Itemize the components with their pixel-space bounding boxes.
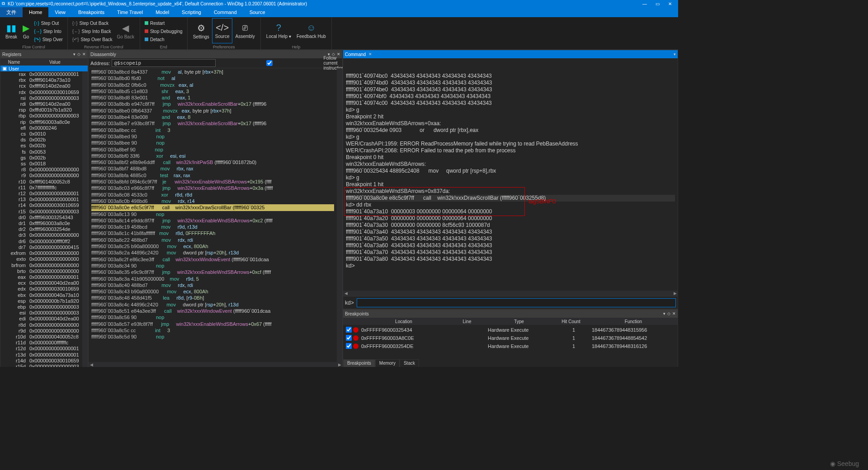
register-row[interactable]: r140x0000000030010659 xyxy=(0,202,82,208)
register-row[interactable]: rip0xffff960003a8c0e xyxy=(0,119,82,125)
menu-home[interactable]: Home xyxy=(23,7,48,17)
break-button[interactable]: ▮▮Break xyxy=(3,18,20,43)
settings-button[interactable]: ⚙Settings xyxy=(190,18,212,43)
disasm-line[interactable]: fffff960`003a8be4 83e008 and eax, 8 xyxy=(91,114,334,120)
disasm-line[interactable]: fffff960`003a8bee 90 nop xyxy=(91,140,334,146)
register-row[interactable]: rcx0xffff90140d2ea00 xyxy=(0,83,82,89)
register-row[interactable]: ds0x002b xyxy=(0,137,82,143)
disasm-line[interactable]: fffff960`003a8c34 90 nop xyxy=(91,263,334,269)
disasm-line[interactable]: fffff960`003a8bd0 f6d0 not al xyxy=(91,75,334,81)
register-row[interactable]: cs0x0010 xyxy=(0,131,82,137)
register-row[interactable]: ebx0x0000000040a73a10 xyxy=(0,292,82,298)
disasm-line[interactable]: fffff960`003a8bed 90 nop xyxy=(91,133,334,140)
register-row[interactable]: brto0x0000000000000000 xyxy=(0,268,82,274)
panel-close-icon[interactable]: ✕ xyxy=(672,311,676,316)
register-row[interactable]: rdx0x0000000030010659 xyxy=(0,89,82,95)
register-row[interactable]: r110x7fffffffffffffc xyxy=(0,185,82,191)
disasm-line[interactable]: fffff960`003a8c2a 44896c2420 mov dword p… xyxy=(91,249,334,256)
disasm-line[interactable]: fffff960`003a8c48 458d41f5 lea r8d, [r9-… xyxy=(91,295,334,301)
register-row[interactable]: ecx0x0000000040d2ea00 xyxy=(0,280,82,286)
disasm-line[interactable]: fffff960`003a8bfa 4885c0 test rax, rax xyxy=(91,172,334,179)
disasm-line[interactable]: fffff960`003a8c1c 41b8fafffffff mov r8d,… xyxy=(91,230,334,236)
command-input[interactable] xyxy=(357,298,676,307)
register-row[interactable]: dr30x0000000000000000 xyxy=(0,232,82,238)
register-row[interactable]: r120x0000000000000001 xyxy=(0,191,82,197)
disasm-line[interactable]: fffff960`003a8bd8 83e001 and eax, 1 xyxy=(91,94,334,101)
step-over-button[interactable]: {↷}Step Over xyxy=(32,35,65,43)
panel-dropdown-icon[interactable]: ▾ xyxy=(663,311,665,316)
register-row[interactable]: exto0x0000000000000000 xyxy=(0,256,82,262)
go-button[interactable]: ▶Go xyxy=(20,18,32,43)
register-row[interactable]: rdi0xffff90140d2ea00 xyxy=(0,101,82,107)
step-into-back-button[interactable]: {←}Step Into Back xyxy=(71,27,114,35)
panel-close-icon[interactable]: ✕ xyxy=(82,52,86,56)
local-help-button[interactable]: ?Local Help ▾ xyxy=(264,18,294,43)
register-row[interactable]: ss0x0018 xyxy=(0,161,82,167)
disasm-line[interactable]: fffff960`003a8c51 e84a3ee3ff call win32k… xyxy=(91,308,334,314)
menu-file[interactable]: 文件 xyxy=(0,7,23,17)
disasm-line[interactable]: fffff960`003a8c56 90 nop xyxy=(91,314,334,320)
disasm-line[interactable]: fffff960`003a8bcd 8a4337 mov al, byte pt… xyxy=(91,69,334,75)
tab-memory[interactable]: Memory xyxy=(375,359,400,367)
disassembly-listing[interactable]: fffff960`003a8bcd 8a4337 mov al, byte pt… xyxy=(89,68,337,362)
disassembly-hscroll[interactable]: ◀▶ xyxy=(89,362,342,367)
breakpoint-row[interactable]: 0xFFFFF960003A8C0EHardware Execute118446… xyxy=(343,334,678,342)
register-row[interactable]: r15d0x0000000000000003 xyxy=(0,364,82,367)
register-row[interactable]: r90x0000000000000000 xyxy=(0,173,82,179)
register-row[interactable]: exfrom0x0000000000000000 xyxy=(0,250,82,256)
menu-scripting[interactable]: Scripting xyxy=(175,7,208,17)
detach-button[interactable]: Detach xyxy=(143,35,184,43)
disasm-line[interactable]: fffff960`003a8bec cc int 3 xyxy=(91,127,334,133)
register-row[interactable]: dr00xffff960003254343 xyxy=(0,215,82,221)
step-into-button[interactable]: {→}Step Into xyxy=(32,27,65,35)
disasm-line[interactable]: fffff960`003a8c0e e8c5c9f7ff call win32k… xyxy=(91,204,334,211)
register-row[interactable]: r100xffff901400052c8 xyxy=(0,179,82,185)
register-row[interactable]: dr10xffff960003a8c0e xyxy=(0,221,82,226)
stop-debugging-button[interactable]: Stop Debugging xyxy=(143,27,184,35)
registers-scrollbar[interactable] xyxy=(82,71,88,367)
disasm-line[interactable]: fffff960`003a8bdb e947c8f7ff jmp win32k!… xyxy=(91,101,334,107)
restart-button[interactable]: Restart xyxy=(143,19,184,27)
close-button[interactable]: ✕ xyxy=(664,1,676,6)
breakpoint-row[interactable]: 0xFFFFF960003254DEHardware Execute118446… xyxy=(343,342,678,350)
go-back-button[interactable]: ◀Go Back xyxy=(114,18,137,43)
menu-model[interactable]: Model xyxy=(149,7,175,17)
disasm-line[interactable]: fffff960`003a8c5c cc int 3 xyxy=(91,327,334,334)
register-row[interactable]: rax0x0000000000000001 xyxy=(0,71,82,77)
registers-header[interactable]: Registers ▾ ◇ ✕ xyxy=(0,50,88,58)
menu-breakpoints[interactable]: Breakpoints xyxy=(72,7,111,17)
disasm-line[interactable]: fffff960`003a8be0 0fb64337 movzx eax, by… xyxy=(91,108,334,114)
disasm-line[interactable]: fffff960`003a8c35 e9c9c8f7ff jmp win32k!… xyxy=(91,269,334,275)
panel-dropdown-icon[interactable]: ▾ xyxy=(73,52,75,56)
source-button[interactable]: </>Source xyxy=(212,18,233,43)
menu-source[interactable]: Source xyxy=(243,7,272,17)
command-output[interactable]: fffff901`40974bc0 43434343 43434343 4343… xyxy=(343,58,678,291)
breakpoints-header[interactable]: Breakpoints ▾ ◇ ✕ xyxy=(343,310,678,318)
menu-view[interactable]: View xyxy=(48,7,72,17)
disasm-line[interactable]: fffff960`003a8c5d 90 nop xyxy=(91,334,334,340)
panel-dropdown-icon[interactable]: ▾ xyxy=(674,52,676,56)
register-row[interactable]: r130x0000000000000001 xyxy=(0,197,82,202)
disasm-line[interactable]: fffff960`003a8bf0 33f6 xor esi, esi xyxy=(91,153,334,159)
disasm-line[interactable]: fffff960`003a8c4c 44896c2420 mov dword p… xyxy=(91,301,334,308)
disasm-line[interactable]: fffff960`003a8c40 488bd7 mov rdx, rdi xyxy=(91,282,334,288)
feedback-button[interactable]: ☺Feedback Hub xyxy=(294,18,329,43)
step-out-button[interactable]: {↑}Step Out xyxy=(32,19,65,27)
register-row[interactable]: r14d0x0000000030010659 xyxy=(0,358,82,364)
register-row[interactable]: edx0x0000000030010659 xyxy=(0,286,82,292)
register-row[interactable]: fs0x0053 xyxy=(0,149,82,155)
disasm-line[interactable]: fffff960`003a8c3a 41b905000000 mov r9d, … xyxy=(91,276,334,282)
disassembly-scrollbar[interactable] xyxy=(337,68,342,362)
disasm-line[interactable]: fffff960`003a8c14 e9ddc8f7ff jmp win32k!… xyxy=(91,217,334,224)
disasm-line[interactable]: fffff960`003a8c13 90 nop xyxy=(91,211,334,217)
register-row[interactable]: rbp0x0000000000000003 xyxy=(0,113,82,119)
tab-stack[interactable]: Stack xyxy=(400,359,419,367)
breakpoint-row[interactable]: 0xFFFFF96000325434Hardware Execute118446… xyxy=(343,326,678,334)
register-row[interactable]: r150x0000000000000003 xyxy=(0,209,82,215)
disasm-line[interactable]: fffff960`003a8c08 4533c0 xor r8d, r8d xyxy=(91,192,334,198)
disasm-line[interactable]: fffff960`003a8bf7 488bd8 mov rbx, rax xyxy=(91,165,334,172)
disasm-line[interactable]: fffff960`003a8be7 e93bc8f7ff jmp win32k!… xyxy=(91,120,334,127)
menu-timetravel[interactable]: Time Travel xyxy=(111,7,149,17)
disasm-line[interactable]: fffff960`003a8c43 b90a800000 mov ecx, 80… xyxy=(91,288,334,295)
register-row[interactable]: r13d0x0000000000000001 xyxy=(0,352,82,358)
